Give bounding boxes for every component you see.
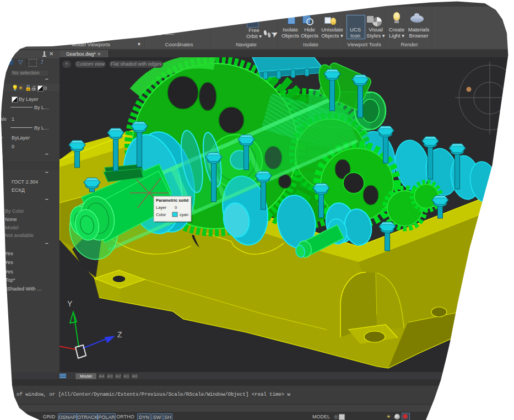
svg-text:Y: Y xyxy=(67,299,73,308)
svg-text:0: 0 xyxy=(175,205,177,210)
svg-text:Layer: Layer xyxy=(156,205,166,210)
svg-text:Color: Color xyxy=(156,212,166,217)
svg-text:cyan: cyan xyxy=(180,212,188,217)
svg-text:Parametric solid: Parametric solid xyxy=(156,198,188,203)
svg-text:Z: Z xyxy=(117,330,122,339)
